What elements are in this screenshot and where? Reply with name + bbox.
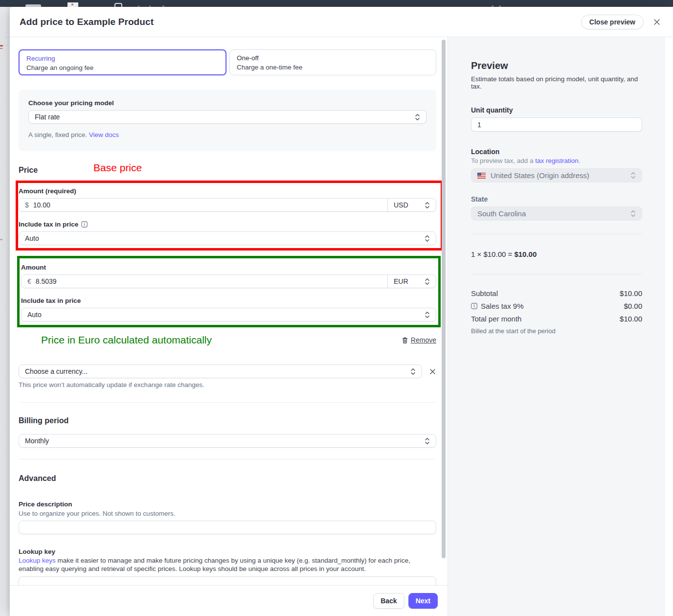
sales-tax-row: Sales tax 9% $0.00 [471,302,642,310]
billing-period-heading: Billing period [19,416,436,425]
usd-tax-label: Include tax in price [19,221,436,228]
modal-header: Add price to Example Product Close previ… [10,7,673,37]
pricing-model-caption-text: A single, fixed price. [28,131,89,138]
total-label: Total per month [471,315,521,323]
sales-tax-value: $0.00 [624,302,642,310]
modal-title: Add price to Example Product [20,17,154,27]
usd-tax-label-text: Include tax in price [19,221,78,228]
close-icon [429,368,436,375]
state-value: South Carolina [477,209,526,218]
usd-tax-value: Auto [25,234,39,242]
recurring-option-subtitle: Charge an ongoing fee [26,64,219,71]
price-heading: Price [19,166,38,174]
browser-clipboard-fragment [114,3,122,7]
eur-tax-select[interactable]: Auto [21,308,436,321]
sales-tax-label: Sales tax 9% [481,302,524,310]
location-caption: To preview tax, add a tax registration. [471,157,642,164]
preview-panel: Preview Estimate totals based on pricing… [448,37,665,616]
browser-topbar [0,0,673,7]
lookup-key-label: Lookup key [19,548,436,555]
calc-prefix: 1 × $10.00 = [471,250,514,258]
unit-quantity-input[interactable] [471,117,642,132]
chevron-updown-icon [410,368,416,375]
location-label: Location [471,148,642,156]
unit-quantity-label: Unit quantity [471,106,642,114]
view-docs-link[interactable]: View docs [89,131,119,138]
browser-dot-fragment [71,3,73,5]
chevron-updown-icon [425,235,430,242]
subtotal-label: Subtotal [471,289,498,297]
tax-registration-link[interactable]: tax registration [535,157,579,164]
usd-tax-select[interactable]: Auto [19,231,436,245]
one-off-option-card[interactable]: One-off Charge a one-time fee [229,49,436,75]
subtotal-value: $10.00 [620,289,642,297]
total-per-month-row: Total per month $10.00 [471,315,642,323]
page-behind-line [4,45,10,46]
pricing-model-caption: A single, fixed price. View docs [28,131,426,138]
advanced-heading: Advanced [19,474,436,483]
eur-currency-symbol: € [27,277,31,285]
recurring-option-card[interactable]: Recurring Charge an ongoing fee [19,49,226,75]
usd-currency-select[interactable]: USD [387,198,436,212]
euro-price-annotation-box: Amount € 8.5039 EUR Include [17,256,441,327]
lookup-key-caption-text: make it easier to manage and make future… [19,557,410,572]
eur-amount-value: 8.5039 [36,277,57,285]
country-value: United States (Origin address) [491,171,589,180]
base-price-annotation-box: Amount (required) $ 10.00 USD [16,181,443,251]
pricing-model-card: Choose your pricing model Flat rate A si… [19,90,436,151]
lookup-key-caption: Lookup keys make it easier to manage and… [19,557,430,573]
remove-currency-link[interactable]: Remove [402,336,436,344]
divider [19,459,436,459]
form-column: Recurring Charge an ongoing fee One-off … [10,37,448,616]
back-button[interactable]: Back [373,593,404,609]
state-select: South Carolina [471,206,642,221]
one-off-option-subtitle: Charge a one-time fee [237,64,429,71]
line-item-calculation: 1 × $10.00 = $10.00 [471,250,642,258]
info-icon[interactable] [471,303,477,309]
choose-currency-select[interactable]: Choose a currency... [19,365,422,378]
page-behind-modal [0,7,10,616]
price-description-caption: Use to organize your prices. Not shown t… [19,510,436,517]
remove-label: Remove [411,336,436,344]
next-button[interactable]: Next [408,593,438,609]
eur-currency-code: EUR [394,277,408,285]
clear-currency-button[interactable] [428,367,436,375]
eur-tax-label: Include tax in price [21,297,436,304]
pricing-model-value: Flat rate [35,113,60,121]
total-value: $10.00 [620,315,642,323]
usd-currency-code: USD [394,201,408,209]
lookup-key-input[interactable] [19,576,436,585]
euro-annotation: Price in Euro calculated automatically [41,334,212,346]
totals-summary: Subtotal $10.00 Sales tax 9% $0.00 Total… [471,289,642,335]
close-modal-button[interactable] [652,18,661,26]
eur-currency-select[interactable]: EUR [387,274,436,288]
eur-tax-value: Auto [27,311,42,319]
state-label: State [471,195,642,203]
close-preview-button[interactable]: Close preview [581,15,644,29]
chevron-updown-icon [425,202,430,209]
lookup-keys-link[interactable]: Lookup keys [19,557,56,564]
billing-period-select[interactable]: Monthly [19,434,436,448]
page-behind-line [4,37,10,38]
subtotal-row: Subtotal $10.00 [471,289,642,297]
usd-amount-input[interactable]: $ 10.00 [19,198,388,212]
currency-note: This price won’t automatically update if… [19,381,436,388]
eur-amount-input[interactable]: € 8.5039 [21,274,388,288]
location-caption-text: To preview tax, add a [471,157,535,164]
choose-currency-placeholder: Choose a currency... [25,367,88,375]
vertical-scrollbar[interactable] [442,40,446,558]
chevron-updown-icon [425,311,430,319]
divider [471,274,642,274]
country-select: United States (Origin address) [471,168,642,183]
info-icon[interactable] [81,221,88,228]
add-price-modal: Add price to Example Product Close previ… [10,7,673,616]
trash-icon [402,337,408,344]
form-scroll-area: Recurring Charge an ongoing fee One-off … [10,37,448,585]
usd-amount-value: 10.00 [33,201,50,209]
pricing-model-select[interactable]: Flat rate [28,110,426,124]
billing-period-value: Monthly [25,437,49,445]
close-icon [653,19,660,25]
price-description-label: Price description [19,501,436,508]
price-description-input[interactable] [19,521,436,534]
divider [19,402,436,403]
